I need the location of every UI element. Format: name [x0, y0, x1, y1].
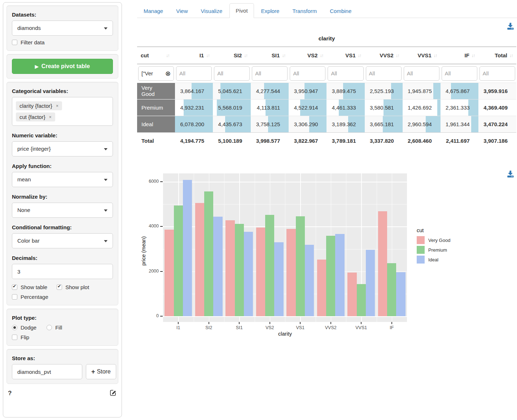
x-tick-mark	[300, 322, 301, 324]
clear-filter-icon[interactable]: ⊗	[165, 70, 171, 77]
column-header-label: IF	[465, 52, 469, 58]
table-row: Premium4,932.2315,568.0194,113.8114,522.…	[137, 99, 516, 116]
si2-filter-input[interactable]: All	[214, 66, 250, 81]
row-total-cell: 3,959.916	[478, 83, 516, 99]
help-button[interactable]: ?	[8, 390, 12, 397]
tab-manage[interactable]: Manage	[138, 4, 169, 18]
plot-legend: cut Very GoodPremiumIdeal	[417, 227, 450, 265]
sort-icon[interactable]: ↓↑	[244, 53, 247, 58]
categorical-tag[interactable]: clarity {factor}×	[16, 101, 62, 110]
x-tick-mark	[361, 322, 362, 324]
bar-ideal-vvs1	[366, 250, 375, 316]
column-header-label: VVS1	[417, 52, 431, 58]
pivot-plot: price (mean) 0200040006000 I1SI2SI1VS2VS…	[137, 164, 517, 344]
row-total-cell: 4,369.409	[478, 99, 516, 116]
tab-combine[interactable]: Combine	[324, 4, 357, 18]
radiant-pivot-page: Datasets: diamonds Filter data ▶ Create …	[0, 0, 517, 420]
create-section: ▶ Create pivot table	[6, 54, 118, 79]
vs2-filter-input[interactable]: All	[290, 66, 325, 81]
store-as-input[interactable]	[12, 364, 82, 379]
value-cell: 3,950.947	[289, 83, 327, 99]
pivot-config-section: Categorical variables: clarity {factor}×…	[6, 82, 118, 305]
tab-pivot[interactable]: Pivot	[229, 3, 254, 18]
value-cell: 2,960.594	[403, 116, 441, 132]
column-header-vvs2: VVS2↓↑	[365, 47, 403, 64]
sidebar: Datasets: diamonds Filter data ▶ Create …	[3, 2, 122, 417]
tab-transform[interactable]: Transform	[286, 4, 323, 18]
tab-visualize[interactable]: Visualize	[195, 4, 228, 18]
categorical-variables-box[interactable]: clarity {factor}×cut {factor}×	[12, 97, 113, 126]
filter-placeholder: All	[445, 70, 451, 76]
y-tick-mark	[160, 181, 163, 182]
vvs2-filter-input[interactable]: All	[366, 66, 402, 81]
edit-report-icon[interactable]	[109, 389, 117, 398]
bar-ideal-vs1	[305, 245, 314, 316]
bar-group-vs1	[285, 173, 316, 322]
sort-icon[interactable]: ↓↑	[166, 53, 169, 58]
store-button[interactable]: + Store	[86, 364, 116, 379]
dodge-label: Dodge	[21, 324, 36, 331]
sort-icon[interactable]: ↓↑	[396, 53, 399, 58]
x-tick-label: I1	[167, 325, 189, 330]
plus-icon: +	[91, 368, 95, 376]
show-plot-checkbox[interactable]	[57, 284, 62, 290]
numeric-variable-select[interactable]: price {integer}	[12, 141, 113, 156]
remove-tag-icon[interactable]: ×	[49, 115, 52, 120]
sort-icon[interactable]: ↓↑	[509, 53, 513, 58]
column-header-vs1: VS1↓↑	[327, 47, 364, 64]
x-tick-mark	[391, 322, 392, 324]
tab-view[interactable]: View	[170, 4, 193, 18]
y-tick-label: 2000	[140, 269, 159, 274]
remove-tag-icon[interactable]: ×	[56, 103, 58, 109]
i1-filter-input[interactable]: All	[176, 66, 212, 81]
categorical-tag[interactable]: cut {factor}×	[16, 112, 55, 121]
column-header-label: SI1	[272, 52, 280, 58]
sort-icon[interactable]: ↓↑	[282, 53, 285, 58]
y-tick-mark	[160, 226, 163, 227]
value-cell: 3,665.181	[365, 116, 403, 132]
value-cell: 4,435.673	[213, 116, 251, 132]
cut-filter-input[interactable]: ["Ver⊗	[138, 66, 174, 81]
total-filter-input[interactable]: All	[479, 66, 515, 81]
sort-icon[interactable]: ↓↑	[320, 53, 323, 58]
if-filter-input[interactable]: All	[442, 66, 477, 81]
value-cell: 3,864.167	[175, 83, 213, 99]
tab-explore[interactable]: Explore	[255, 4, 285, 18]
bar-group-si1	[224, 173, 255, 322]
bar-premium-i1	[174, 205, 183, 316]
bar-premium-vvs2	[326, 236, 335, 316]
x-tick-label: VVS1	[350, 325, 372, 330]
sort-icon[interactable]: ↓↑	[206, 53, 209, 58]
dataset-select-value: diamonds	[17, 25, 41, 31]
conditional-formatting-select[interactable]: Color bar	[12, 233, 113, 248]
vs1-filter-input[interactable]: All	[328, 66, 363, 81]
show-table-checkbox[interactable]	[12, 284, 17, 290]
x-tick-mark	[178, 322, 179, 324]
flip-checkbox[interactable]	[12, 335, 17, 340]
normalize-by-select[interactable]: None	[12, 203, 113, 218]
numeric-variable-value: price {integer}	[17, 146, 51, 152]
download-table-icon[interactable]	[506, 22, 515, 30]
tab-bar: ManageViewVisualizePivotExploreTransform…	[137, 3, 517, 18]
sort-icon[interactable]: ↓↑	[472, 53, 475, 58]
dataset-select[interactable]: diamonds	[12, 21, 113, 36]
value-cell: 1,945.875	[403, 83, 441, 99]
sort-icon[interactable]: ↓↑	[358, 53, 361, 58]
dodge-radio[interactable]	[12, 325, 17, 330]
fill-label: Fill	[55, 324, 62, 331]
total-value-cell: 3,789.181	[327, 132, 364, 149]
create-pivot-table-button[interactable]: ▶ Create pivot table	[12, 59, 113, 74]
sort-icon[interactable]: ↓↑	[434, 53, 437, 58]
store-section: Store as: + Store	[6, 349, 118, 384]
column-header-label: VS2	[307, 52, 317, 58]
apply-function-select[interactable]: mean	[12, 172, 113, 187]
percentage-checkbox[interactable]	[12, 294, 17, 300]
value-cell: 4,675.867	[441, 83, 478, 99]
decimals-input[interactable]	[12, 264, 113, 279]
si1-filter-input[interactable]: All	[252, 66, 288, 81]
bar-ideal-si1	[244, 232, 253, 316]
column-header-si2: SI2↓↑	[213, 47, 251, 64]
vvs1-filter-input[interactable]: All	[404, 66, 439, 81]
filter-data-checkbox[interactable]	[12, 40, 17, 45]
fill-radio[interactable]	[47, 325, 52, 330]
